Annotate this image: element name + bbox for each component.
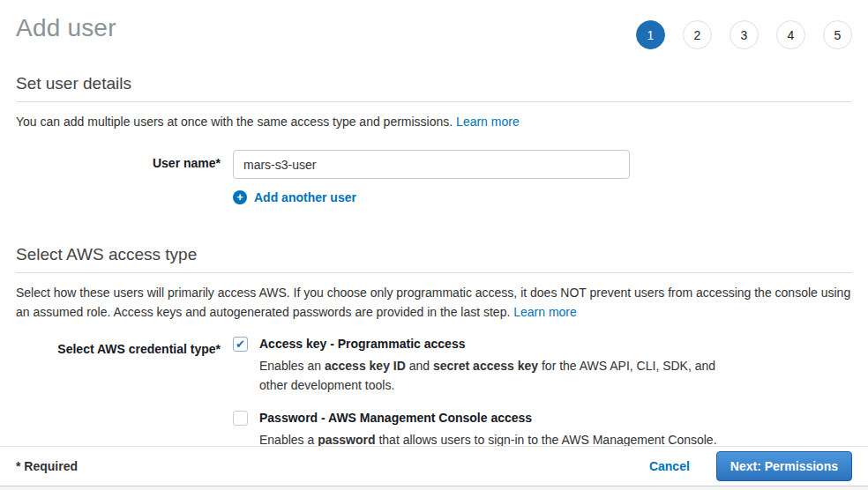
- section-divider: [16, 272, 852, 273]
- access-type-intro: Select how these users will primarily ac…: [16, 283, 852, 322]
- access-type-heading: Select AWS access type: [16, 245, 852, 264]
- access-key-option: ✔ Access key - Programmatic access Enabl…: [233, 336, 736, 395]
- user-details-heading: Set user details: [16, 74, 852, 93]
- credential-type-row: Select AWS credential type* ✔ Access key…: [16, 336, 852, 449]
- wizard-step-indicator: 1 2 3 4 5: [618, 14, 852, 49]
- wizard-footer: * Required Cancel Next: Permissions: [0, 446, 868, 490]
- add-user-page: Add user 1 2 3 4 5 Set user details You …: [0, 0, 868, 449]
- password-checkbox[interactable]: [233, 411, 248, 426]
- password-option-title: Password - AWS Management Console access: [259, 410, 717, 426]
- step-4-indicator: 4: [776, 20, 805, 49]
- add-another-user-button[interactable]: + Add another user: [233, 190, 356, 204]
- cancel-button[interactable]: Cancel: [649, 459, 690, 473]
- user-details-intro: You can add multiple users at once with …: [16, 112, 852, 131]
- plus-circle-icon: +: [233, 190, 247, 204]
- section-divider: [16, 101, 852, 102]
- credential-options: ✔ Access key - Programmatic access Enabl…: [233, 336, 736, 449]
- user-details-intro-text: You can add multiple users at once with …: [16, 115, 456, 129]
- username-form-row: User name*: [16, 150, 852, 179]
- access-key-option-title: Access key - Programmatic access: [259, 336, 736, 352]
- footer-actions: Cancel Next: Permissions: [649, 451, 852, 481]
- footer-bar: * Required Cancel Next: Permissions: [0, 446, 868, 486]
- page-bottom-strip: [0, 486, 868, 490]
- user-details-section: Set user details You can add multiple us…: [16, 74, 852, 204]
- access-type-section: Select AWS access type Select how these …: [16, 245, 852, 449]
- access-type-learn-more-link[interactable]: Learn more: [513, 305, 577, 319]
- step-1-indicator: 1: [636, 20, 665, 49]
- access-type-intro-text: Select how these users will primarily ac…: [16, 286, 850, 319]
- user-details-learn-more-link[interactable]: Learn more: [456, 115, 520, 129]
- access-key-option-content: Access key - Programmatic access Enables…: [259, 336, 736, 395]
- credential-type-label: Select AWS credential type*: [16, 336, 233, 449]
- next-permissions-button[interactable]: Next: Permissions: [716, 451, 852, 481]
- add-another-user-label: Add another user: [254, 190, 356, 204]
- required-note: * Required: [16, 459, 78, 473]
- page-title: Add user: [16, 14, 116, 42]
- step-5-indicator: 5: [823, 20, 852, 49]
- access-key-option-desc: Enables an access key ID and secret acce…: [259, 356, 736, 395]
- step-2-indicator: 2: [683, 20, 712, 49]
- password-option: Password - AWS Management Console access…: [233, 410, 736, 449]
- password-option-content: Password - AWS Management Console access…: [259, 410, 717, 449]
- username-input[interactable]: [233, 150, 630, 179]
- access-key-checkbox[interactable]: ✔: [233, 337, 248, 352]
- step-3-indicator: 3: [730, 20, 759, 49]
- page-header: Add user 1 2 3 4 5: [16, 0, 852, 49]
- username-label: User name*: [16, 150, 233, 179]
